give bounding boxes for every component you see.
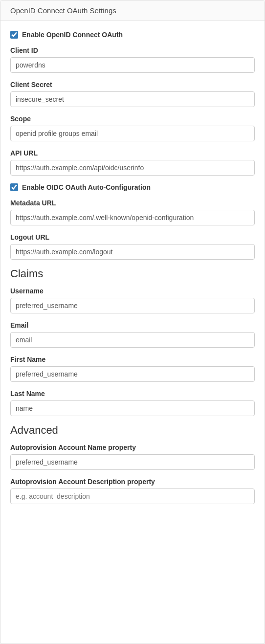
logout-url-label: Logout URL xyxy=(10,233,255,241)
client-id-input[interactable] xyxy=(10,57,255,73)
scope-input[interactable] xyxy=(10,126,255,141)
enable-oidc-group: Enable OpenID Connect OAuth xyxy=(10,31,255,39)
api-url-label: API URL xyxy=(10,149,255,157)
username-label: Username xyxy=(10,287,255,295)
enable-auto-config-checkbox[interactable] xyxy=(10,183,18,191)
client-id-label: Client ID xyxy=(10,46,255,54)
autoprovision-name-group: Autoprovision Account Name property xyxy=(10,444,255,470)
panel-title: OpenID Connect OAuth Settings xyxy=(10,6,116,15)
enable-auto-config-label[interactable]: Enable OIDC OAuth Auto-Configuration xyxy=(22,183,151,191)
client-secret-label: Client Secret xyxy=(10,81,255,89)
autoprovision-description-label: Autoprovision Account Description proper… xyxy=(10,478,255,486)
first-name-label: First Name xyxy=(10,355,255,363)
panel-header: OpenID Connect OAuth Settings xyxy=(0,0,265,21)
api-url-input[interactable] xyxy=(10,160,255,176)
client-id-group: Client ID xyxy=(10,46,255,73)
autoprovision-description-group: Autoprovision Account Description proper… xyxy=(10,478,255,504)
scope-label: Scope xyxy=(10,115,255,123)
enable-oidc-label[interactable]: Enable OpenID Connect OAuth xyxy=(22,31,123,39)
last-name-label: Last Name xyxy=(10,390,255,398)
logout-url-group: Logout URL xyxy=(10,233,255,260)
advanced-heading: Advanced xyxy=(10,424,255,437)
metadata-url-group: Metadata URL xyxy=(10,199,255,225)
username-input[interactable] xyxy=(10,298,255,313)
enable-oidc-checkbox[interactable] xyxy=(10,31,18,39)
scope-group: Scope xyxy=(10,115,255,141)
metadata-url-input[interactable] xyxy=(10,210,255,225)
autoprovision-name-label: Autoprovision Account Name property xyxy=(10,444,255,451)
panel-body: Enable OpenID Connect OAuth Client ID Cl… xyxy=(0,21,265,522)
enable-auto-config-group: Enable OIDC OAuth Auto-Configuration xyxy=(10,183,255,191)
claims-heading: Claims xyxy=(10,267,255,280)
autoprovision-name-input[interactable] xyxy=(10,454,255,470)
autoprovision-description-input[interactable] xyxy=(10,489,255,504)
last-name-group: Last Name xyxy=(10,390,255,416)
metadata-url-label: Metadata URL xyxy=(10,199,255,207)
client-secret-input[interactable] xyxy=(10,91,255,107)
email-input[interactable] xyxy=(10,332,255,348)
settings-panel: OpenID Connect OAuth Settings Enable Ope… xyxy=(0,0,265,644)
api-url-group: API URL xyxy=(10,149,255,176)
first-name-input[interactable] xyxy=(10,366,255,382)
username-group: Username xyxy=(10,287,255,313)
email-label: Email xyxy=(10,321,255,329)
email-group: Email xyxy=(10,321,255,348)
first-name-group: First Name xyxy=(10,355,255,382)
last-name-input[interactable] xyxy=(10,400,255,416)
client-secret-group: Client Secret xyxy=(10,81,255,107)
logout-url-input[interactable] xyxy=(10,244,255,260)
